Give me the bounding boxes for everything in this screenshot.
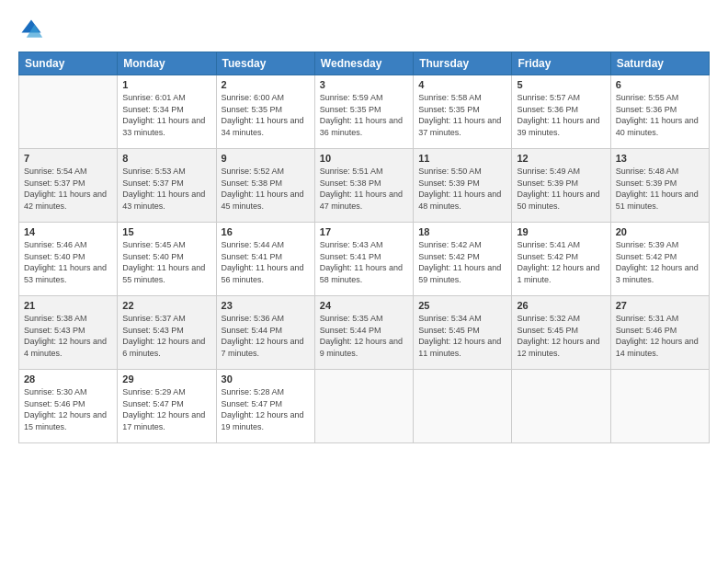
weekday-header-thursday: Thursday (414, 52, 512, 75)
calendar-cell: 29Sunrise: 5:29 AMSunset: 5:47 PMDayligh… (118, 370, 216, 443)
day-info: Sunrise: 5:54 AMSunset: 5:37 PMDaylight:… (24, 166, 112, 212)
weekday-header-friday: Friday (512, 52, 610, 75)
calendar-cell: 24Sunrise: 5:35 AMSunset: 5:44 PMDayligh… (314, 296, 413, 370)
day-info: Sunrise: 5:31 AMSunset: 5:46 PMDaylight:… (616, 313, 704, 359)
day-number: 15 (122, 226, 210, 237)
calendar-cell: 23Sunrise: 5:36 AMSunset: 5:44 PMDayligh… (216, 296, 314, 370)
day-number: 22 (122, 300, 210, 311)
weekday-header-saturday: Saturday (610, 52, 709, 75)
calendar-cell: 1Sunrise: 6:01 AMSunset: 5:34 PMDaylight… (118, 75, 216, 149)
day-number: 26 (517, 300, 605, 311)
day-info: Sunrise: 5:43 AMSunset: 5:41 PMDaylight:… (320, 239, 408, 285)
day-info: Sunrise: 6:00 AMSunset: 5:35 PMDaylight:… (222, 92, 310, 138)
day-info: Sunrise: 5:50 AMSunset: 5:39 PMDaylight:… (418, 166, 506, 212)
weekday-header-row: SundayMondayTuesdayWednesdayThursdayFrid… (19, 52, 710, 75)
day-number: 13 (616, 153, 704, 164)
day-number: 12 (517, 153, 605, 164)
day-info: Sunrise: 5:44 AMSunset: 5:41 PMDaylight:… (222, 239, 310, 285)
calendar-cell (512, 370, 610, 443)
day-info: Sunrise: 5:32 AMSunset: 5:45 PMDaylight:… (517, 313, 605, 359)
day-info: Sunrise: 5:59 AMSunset: 5:35 PMDaylight:… (320, 92, 408, 138)
day-info: Sunrise: 5:38 AMSunset: 5:43 PMDaylight:… (24, 313, 112, 359)
calendar-week-row: 7Sunrise: 5:54 AMSunset: 5:37 PMDaylight… (19, 149, 710, 223)
calendar-cell: 19Sunrise: 5:41 AMSunset: 5:42 PMDayligh… (512, 223, 610, 296)
calendar-cell: 25Sunrise: 5:34 AMSunset: 5:45 PMDayligh… (414, 296, 512, 370)
calendar-week-row: 28Sunrise: 5:30 AMSunset: 5:46 PMDayligh… (19, 370, 710, 443)
day-number: 4 (418, 79, 506, 90)
day-number: 3 (320, 79, 408, 90)
calendar-cell (314, 370, 413, 443)
calendar-cell: 27Sunrise: 5:31 AMSunset: 5:46 PMDayligh… (610, 296, 709, 370)
page: SundayMondayTuesdayWednesdayThursdayFrid… (0, 0, 728, 563)
day-number: 19 (517, 226, 605, 237)
weekday-header-sunday: Sunday (19, 52, 118, 75)
day-info: Sunrise: 5:37 AMSunset: 5:43 PMDaylight:… (122, 313, 210, 359)
day-info: Sunrise: 5:57 AMSunset: 5:36 PMDaylight:… (517, 92, 605, 138)
day-info: Sunrise: 5:28 AMSunset: 5:47 PMDaylight:… (222, 386, 310, 432)
header (18, 17, 710, 42)
calendar-cell: 13Sunrise: 5:48 AMSunset: 5:39 PMDayligh… (610, 149, 709, 223)
day-number: 1 (122, 79, 210, 90)
day-number: 27 (616, 300, 704, 311)
calendar-cell: 6Sunrise: 5:55 AMSunset: 5:36 PMDaylight… (610, 75, 709, 149)
calendar-cell: 11Sunrise: 5:50 AMSunset: 5:39 PMDayligh… (414, 149, 512, 223)
calendar-cell: 15Sunrise: 5:45 AMSunset: 5:40 PMDayligh… (118, 223, 216, 296)
calendar-cell: 16Sunrise: 5:44 AMSunset: 5:41 PMDayligh… (216, 223, 314, 296)
day-number: 14 (24, 226, 112, 237)
calendar-cell: 9Sunrise: 5:52 AMSunset: 5:38 PMDaylight… (216, 149, 314, 223)
day-info: Sunrise: 5:58 AMSunset: 5:35 PMDaylight:… (418, 92, 506, 138)
day-number: 30 (222, 373, 310, 385)
weekday-header-monday: Monday (118, 52, 216, 75)
day-info: Sunrise: 5:55 AMSunset: 5:36 PMDaylight:… (616, 92, 704, 138)
weekday-header-wednesday: Wednesday (314, 52, 413, 75)
day-info: Sunrise: 5:36 AMSunset: 5:44 PMDaylight:… (222, 313, 310, 359)
day-info: Sunrise: 5:42 AMSunset: 5:42 PMDaylight:… (418, 239, 506, 285)
logo-icon (18, 17, 44, 42)
day-number: 20 (616, 226, 704, 237)
day-number: 24 (320, 300, 408, 311)
calendar-cell (610, 370, 709, 443)
calendar-table: SundayMondayTuesdayWednesdayThursdayFrid… (18, 52, 710, 443)
day-number: 9 (222, 153, 310, 164)
calendar-cell: 28Sunrise: 5:30 AMSunset: 5:46 PMDayligh… (19, 370, 118, 443)
calendar-cell: 18Sunrise: 5:42 AMSunset: 5:42 PMDayligh… (414, 223, 512, 296)
calendar-cell: 30Sunrise: 5:28 AMSunset: 5:47 PMDayligh… (216, 370, 314, 443)
calendar-cell: 12Sunrise: 5:49 AMSunset: 5:39 PMDayligh… (512, 149, 610, 223)
day-number: 5 (517, 79, 605, 90)
day-info: Sunrise: 5:45 AMSunset: 5:40 PMDaylight:… (122, 239, 210, 285)
calendar-cell: 2Sunrise: 6:00 AMSunset: 5:35 PMDaylight… (216, 75, 314, 149)
calendar-cell: 20Sunrise: 5:39 AMSunset: 5:42 PMDayligh… (610, 223, 709, 296)
calendar-cell: 10Sunrise: 5:51 AMSunset: 5:38 PMDayligh… (314, 149, 413, 223)
day-info: Sunrise: 5:52 AMSunset: 5:38 PMDaylight:… (222, 166, 310, 212)
day-number: 28 (24, 373, 112, 385)
day-number: 17 (320, 226, 408, 237)
calendar-cell: 22Sunrise: 5:37 AMSunset: 5:43 PMDayligh… (118, 296, 216, 370)
logo (18, 17, 48, 42)
day-info: Sunrise: 5:30 AMSunset: 5:46 PMDaylight:… (24, 386, 112, 432)
day-info: Sunrise: 5:39 AMSunset: 5:42 PMDaylight:… (616, 239, 704, 285)
day-info: Sunrise: 5:51 AMSunset: 5:38 PMDaylight:… (320, 166, 408, 212)
day-number: 29 (122, 373, 210, 385)
day-info: Sunrise: 5:49 AMSunset: 5:39 PMDaylight:… (517, 166, 605, 212)
calendar-cell: 17Sunrise: 5:43 AMSunset: 5:41 PMDayligh… (314, 223, 413, 296)
day-number: 25 (418, 300, 506, 311)
day-info: Sunrise: 5:46 AMSunset: 5:40 PMDaylight:… (24, 239, 112, 285)
calendar-cell: 26Sunrise: 5:32 AMSunset: 5:45 PMDayligh… (512, 296, 610, 370)
day-number: 6 (616, 79, 704, 90)
day-number: 2 (222, 79, 310, 90)
calendar-cell: 7Sunrise: 5:54 AMSunset: 5:37 PMDaylight… (19, 149, 118, 223)
calendar-cell: 21Sunrise: 5:38 AMSunset: 5:43 PMDayligh… (19, 296, 118, 370)
calendar-cell: 14Sunrise: 5:46 AMSunset: 5:40 PMDayligh… (19, 223, 118, 296)
day-info: Sunrise: 5:48 AMSunset: 5:39 PMDaylight:… (616, 166, 704, 212)
day-number: 23 (222, 300, 310, 311)
day-number: 11 (418, 153, 506, 164)
calendar-week-row: 21Sunrise: 5:38 AMSunset: 5:43 PMDayligh… (19, 296, 710, 370)
day-number: 16 (222, 226, 310, 237)
calendar-cell (414, 370, 512, 443)
calendar-week-row: 1Sunrise: 6:01 AMSunset: 5:34 PMDaylight… (19, 75, 710, 149)
day-number: 18 (418, 226, 506, 237)
day-info: Sunrise: 5:29 AMSunset: 5:47 PMDaylight:… (122, 386, 210, 432)
calendar-cell: 8Sunrise: 5:53 AMSunset: 5:37 PMDaylight… (118, 149, 216, 223)
weekday-header-tuesday: Tuesday (216, 52, 314, 75)
day-info: Sunrise: 6:01 AMSunset: 5:34 PMDaylight:… (122, 92, 210, 138)
